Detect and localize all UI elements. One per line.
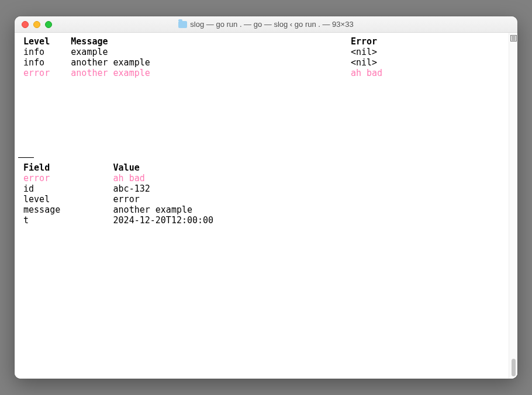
scroll-thumb[interactable]	[512, 359, 516, 376]
fullscreen-icon[interactable]	[45, 21, 52, 28]
minimize-icon[interactable]	[33, 21, 40, 28]
scroll-up-icon[interactable]	[510, 35, 517, 41]
svg-rect-4	[512, 39, 516, 39]
terminal-body: Level Message Error info example <nil> i…	[15, 33, 517, 379]
traffic-lights	[15, 21, 52, 28]
svg-rect-2	[512, 36, 516, 37]
svg-rect-3	[512, 37, 516, 38]
window-title-text: slog — go run . — go — slog ‹ go run . —…	[190, 20, 353, 29]
window-title: slog — go run . — go — slog ‹ go run . —…	[15, 20, 517, 29]
folder-icon	[178, 21, 187, 28]
close-icon[interactable]	[22, 21, 29, 28]
titlebar[interactable]: slog — go run . — go — slog ‹ go run . —…	[15, 16, 517, 33]
terminal-output[interactable]: Level Message Error info example <nil> i…	[15, 33, 509, 379]
svg-rect-5	[512, 40, 516, 40]
scrollbar[interactable]	[509, 33, 517, 379]
terminal-window: slog — go run . — go — slog ‹ go run . —…	[15, 16, 517, 379]
